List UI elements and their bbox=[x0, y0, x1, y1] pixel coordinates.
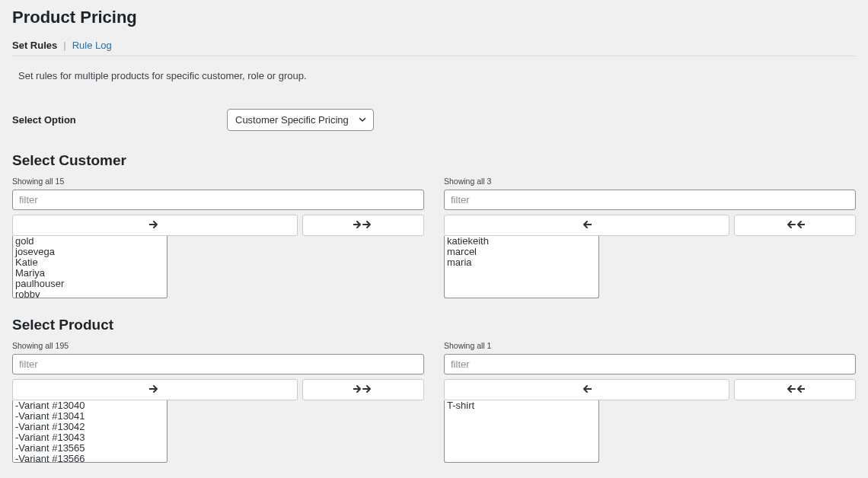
customer-available-count: Showing all 15 bbox=[12, 177, 424, 186]
customer-available-column: Showing all 15 goldjosevegaKatieMariyapa… bbox=[12, 177, 424, 298]
list-item[interactable]: -Variant #13565 bbox=[15, 443, 164, 454]
product-available-filter[interactable] bbox=[12, 354, 424, 374]
tab-separator: | bbox=[63, 40, 65, 51]
list-item[interactable]: robby bbox=[15, 289, 164, 298]
list-item[interactable]: gold bbox=[15, 236, 164, 247]
product-available-count: Showing all 195 bbox=[12, 341, 424, 350]
page-title: Product Pricing bbox=[12, 8, 856, 27]
description-text: Set rules for multiple products for spec… bbox=[12, 70, 856, 81]
list-item[interactable]: katiekeith bbox=[447, 236, 596, 247]
product-selected-filter[interactable] bbox=[444, 354, 856, 374]
list-item[interactable]: maria bbox=[447, 257, 596, 268]
product-move-all-right-button[interactable] bbox=[302, 379, 425, 400]
list-item[interactable]: -Variant #13043 bbox=[15, 432, 164, 443]
list-item[interactable]: T-shirt bbox=[447, 400, 596, 411]
list-item[interactable]: Mariya bbox=[15, 268, 164, 279]
customer-selected-column: Showing all 3 katiekeithmarcelmaria bbox=[444, 177, 856, 298]
product-move-left-button[interactable] bbox=[444, 379, 729, 400]
tab-bar: Set Rules | Rule Log bbox=[12, 40, 856, 56]
customer-dual-list: Showing all 15 goldjosevegaKatieMariyapa… bbox=[12, 177, 856, 298]
arrow-right-icon bbox=[149, 384, 160, 396]
list-item[interactable]: -Variant #13040 bbox=[15, 400, 164, 411]
product-dual-list: Showing all 195 -Variant #13040-Variant … bbox=[12, 341, 856, 463]
list-item[interactable]: josevega bbox=[15, 247, 164, 257]
tab-rule-log[interactable]: Rule Log bbox=[72, 40, 112, 51]
arrow-double-left-icon bbox=[785, 219, 805, 231]
product-selected-count: Showing all 1 bbox=[444, 341, 856, 350]
list-item[interactable]: marcel bbox=[447, 247, 596, 257]
arrow-left-icon bbox=[581, 384, 592, 396]
product-available-column: Showing all 195 -Variant #13040-Variant … bbox=[12, 341, 424, 463]
arrow-double-left-icon bbox=[785, 384, 805, 396]
arrow-right-icon bbox=[149, 219, 160, 231]
product-selected-column: Showing all 1 T-shirt bbox=[444, 341, 856, 463]
customer-move-right-button[interactable] bbox=[12, 215, 298, 236]
list-item[interactable]: paulhouser bbox=[15, 279, 164, 289]
list-item[interactable]: -Variant #13041 bbox=[15, 411, 164, 422]
select-customer-title: Select Customer bbox=[12, 152, 856, 169]
select-option-row: Select Option Customer Specific Pricing bbox=[12, 109, 856, 131]
customer-move-left-button[interactable] bbox=[444, 215, 729, 236]
arrow-left-icon bbox=[581, 219, 592, 231]
product-move-right-button[interactable] bbox=[12, 379, 298, 400]
customer-selected-filter[interactable] bbox=[444, 190, 856, 210]
product-selected-list[interactable]: T-shirt bbox=[444, 400, 599, 463]
select-option-label: Select Option bbox=[12, 114, 227, 126]
customer-move-all-left-button[interactable] bbox=[734, 215, 857, 236]
customer-selected-list[interactable]: katiekeithmarcelmaria bbox=[444, 236, 599, 298]
pricing-option-select[interactable]: Customer Specific Pricing bbox=[227, 109, 374, 131]
customer-selected-count: Showing all 3 bbox=[444, 177, 856, 186]
arrow-double-right-icon bbox=[353, 384, 373, 396]
arrow-double-right-icon bbox=[353, 219, 373, 231]
select-product-title: Select Product bbox=[12, 317, 856, 333]
customer-available-list[interactable]: goldjosevegaKatieMariyapaulhouserrobby bbox=[12, 236, 168, 298]
product-move-all-left-button[interactable] bbox=[734, 379, 857, 400]
tab-set-rules[interactable]: Set Rules bbox=[12, 40, 57, 51]
product-available-list[interactable]: -Variant #13040-Variant #13041-Variant #… bbox=[12, 400, 168, 463]
customer-available-filter[interactable] bbox=[12, 190, 424, 210]
customer-move-all-right-button[interactable] bbox=[302, 215, 425, 236]
list-item[interactable]: -Variant #13566 bbox=[15, 454, 164, 463]
list-item[interactable]: Katie bbox=[15, 257, 164, 268]
list-item[interactable]: -Variant #13042 bbox=[15, 422, 164, 432]
